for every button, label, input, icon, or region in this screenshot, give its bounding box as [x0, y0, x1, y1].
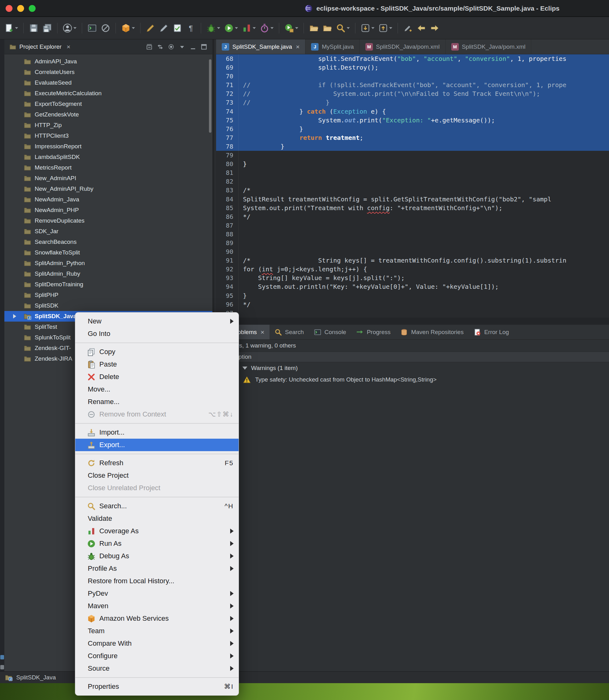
menu-item-move[interactable]: Move... [75, 383, 239, 396]
menu-item-export[interactable]: Export... [75, 439, 239, 451]
tree-item-searchbeacons[interactable]: SearchBeacons [4, 237, 212, 247]
tree-item-new-adminapi[interactable]: New_AdminAPI [4, 173, 212, 183]
editor-tab-splitsdk-java-pom-xml[interactable]: MSplitSDK_Java/pom.xml [360, 39, 446, 54]
code-line[interactable]: 83/* [216, 186, 609, 194]
close-tab-icon[interactable]: × [260, 329, 264, 336]
account-button[interactable] [62, 22, 78, 34]
next-annotation-button[interactable] [360, 22, 376, 34]
tree-item-new-adminapi-ruby[interactable]: New_AdminAPI_Ruby [4, 183, 212, 194]
minimize-window-button[interactable] [17, 5, 24, 12]
last-edit-location-button[interactable] [402, 22, 414, 34]
tree-item-splitsdk[interactable]: SplitSDK [4, 300, 212, 311]
code-line[interactable]: 84SplitResult treatmentWithConfig = spli… [216, 195, 609, 204]
skip-all-breakpoints-button[interactable] [100, 22, 111, 34]
editor-tab-mysplit-java[interactable]: JMySplit.java [306, 39, 360, 54]
view-menu-button[interactable] [179, 43, 186, 50]
menu-item-run-as[interactable]: Run As [75, 537, 239, 550]
menu-item-refresh[interactable]: RefreshF5 [75, 457, 239, 469]
debug-button[interactable] [205, 22, 222, 34]
tree-item-splitadmin-ruby[interactable]: SplitAdmin_Ruby [4, 268, 212, 279]
tree-item-lambdasplitsdk[interactable]: LambdaSplitSDK [4, 152, 212, 162]
view-tab-error-log[interactable]: Error Log [468, 325, 514, 339]
code-line[interactable]: 89 [216, 239, 609, 247]
code-line[interactable]: 78 } [216, 142, 609, 151]
menu-item-delete[interactable]: Delete [75, 371, 239, 383]
forward-button[interactable] [429, 22, 441, 34]
code-line[interactable]: 87 [216, 221, 609, 230]
code-line[interactable]: 69 split.Destroy(); [216, 63, 609, 72]
tree-item-metricsreport[interactable]: MetricsReport [4, 162, 212, 173]
code-line[interactable]: 68 split.SendTrackEvent("bob", "account"… [216, 54, 609, 63]
tree-item-getzendeskvote[interactable]: GetZendeskVote [4, 109, 212, 120]
tree-item-removeduplicates[interactable]: RemoveDuplicates [4, 215, 212, 226]
code-line[interactable]: 96*/ [216, 300, 609, 309]
expand-arrow-icon[interactable] [13, 314, 16, 318]
tree-item-splitadmin-python[interactable]: SplitAdmin_Python [4, 258, 212, 268]
problems-column-header[interactable]: Description [216, 352, 609, 362]
tree-item-http-zip[interactable]: HTTP_Zip [4, 120, 212, 130]
code-line[interactable]: 97 [216, 309, 609, 317]
menu-item-validate[interactable]: Validate [75, 512, 239, 525]
menu-item-compare-with[interactable]: Compare With [75, 637, 239, 650]
menu-item-pydev[interactable]: PyDev [75, 587, 239, 600]
problems-warning-group[interactable]: Warnings (1 item) [216, 362, 609, 374]
project-explorer-tab[interactable]: Project Explorer × [7, 39, 72, 54]
menu-item-restore-from-local-history[interactable]: Restore from Local History... [75, 575, 239, 587]
menu-item-rename[interactable]: Rename... [75, 396, 239, 408]
problems-warning-row[interactable]: Type safety: Unchecked cast from Object … [216, 374, 609, 385]
profile-button[interactable] [259, 22, 275, 34]
menu-item-copy[interactable]: Copy [75, 346, 239, 358]
open-resource-button[interactable] [308, 22, 320, 34]
view-tab-console[interactable]: Console [309, 325, 351, 339]
back-button[interactable] [415, 22, 427, 34]
menu-item-paste[interactable]: Paste [75, 358, 239, 371]
minimized-view-icon-2[interactable] [0, 665, 4, 669]
code-line[interactable]: 74 } catch (Exception e) { [216, 107, 609, 116]
tree-item-newadmin-php[interactable]: NewAdmin_PHP [4, 205, 212, 215]
editor-tab-splitsdk-java-pom-xml[interactable]: MSplitSDK_Java/pom.xml [446, 39, 532, 54]
save-button[interactable] [28, 22, 40, 34]
tree-item-impressionreport[interactable]: ImpressionReport [4, 141, 212, 152]
code-line[interactable]: 79 [216, 151, 609, 160]
minimized-view-icon-1[interactable] [0, 655, 4, 660]
new-task-button[interactable] [172, 22, 183, 34]
code-line[interactable]: 91/* String keys[] = treatmentWithConfig… [216, 256, 609, 265]
new-package-button[interactable] [120, 22, 136, 34]
code-line[interactable]: 73// } [216, 98, 609, 107]
code-line[interactable]: 71// if (!split.SendTrackEvent("bob", "a… [216, 81, 609, 89]
code-line[interactable]: 76 } [216, 125, 609, 133]
save-all-button[interactable] [41, 22, 53, 34]
tree-item-evaluateseed[interactable]: EvaluateSeed [4, 77, 212, 88]
code-line[interactable]: 70 [216, 72, 609, 81]
view-tab-maven-repositories[interactable]: Maven Repositories [395, 325, 468, 339]
editor-tab-splitsdk-sample-java[interactable]: JSplitSDK_Sample.java× [216, 39, 306, 54]
menu-item-debug-as[interactable]: Debug As [75, 550, 239, 562]
explorer-scrollbar[interactable] [209, 59, 211, 133]
menu-item-search[interactable]: Search...^H [75, 500, 239, 512]
code-line[interactable]: 92for (int j=0;j<keys.length;j++) { [216, 265, 609, 274]
code-line[interactable]: 77 return treatment; [216, 133, 609, 142]
code-line[interactable]: 88 [216, 230, 609, 239]
expand-caret-icon[interactable] [242, 367, 247, 370]
view-tab-progress[interactable]: Progress [351, 325, 395, 339]
zoom-window-button[interactable] [29, 5, 36, 12]
code-line[interactable]: 90 [216, 247, 609, 256]
tree-item-splitphp[interactable]: SplitPHP [4, 290, 212, 300]
open-console-button[interactable] [86, 22, 98, 34]
titlebar[interactable]: eclipse-workspace - SplitSDK_Java/src/sa… [0, 0, 609, 17]
show-whitespace-button[interactable]: ¶ [185, 22, 197, 34]
code-line[interactable]: 80} [216, 160, 609, 168]
link-with-editor-button[interactable] [157, 43, 164, 50]
menu-item-maven[interactable]: Maven [75, 600, 239, 612]
tree-item-splitdemotraining[interactable]: SplitDemoTraining [4, 279, 212, 290]
code-line[interactable]: 72// System.out.print("\n\nFailed to Sen… [216, 89, 609, 98]
menu-item-profile-as[interactable]: Profile As [75, 562, 239, 575]
menu-item-import[interactable]: Import... [75, 426, 239, 439]
run-button[interactable] [223, 22, 239, 34]
menu-item-team[interactable]: Team [75, 625, 239, 637]
close-window-button[interactable] [6, 5, 13, 12]
menu-item-go-into[interactable]: Go Into [75, 328, 239, 340]
tree-item-exporttosegment[interactable]: ExportToSegment [4, 99, 212, 109]
close-view-icon[interactable]: × [67, 43, 70, 51]
menu-item-amazon-web-services[interactable]: Amazon Web Services [75, 612, 239, 625]
